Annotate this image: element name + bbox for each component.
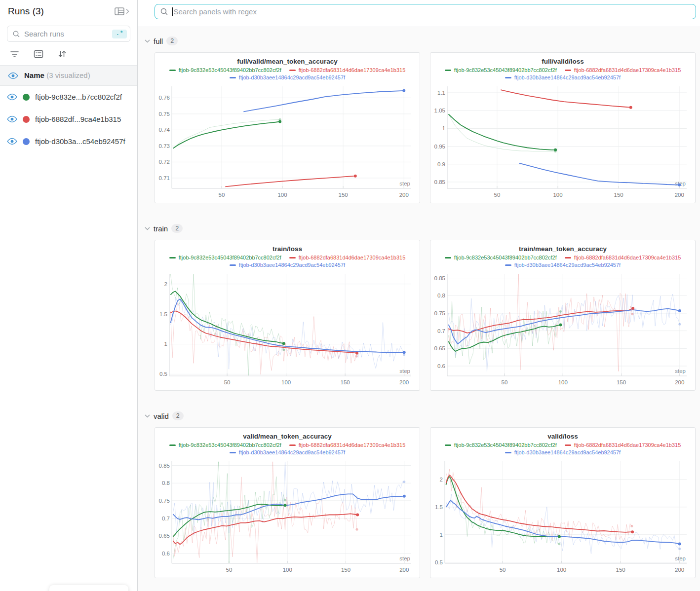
legend-run-name: ftjob-d30b3aee14864c29acd9ac54eb92457f [239, 449, 345, 456]
svg-text:0.75: 0.75 [159, 111, 170, 117]
svg-text:200: 200 [399, 379, 409, 385]
legend-entry: ftjob-6882dfa6831d4d6dae17309ca4e1b315 [565, 442, 681, 449]
section-valid: valid 2 valid/mean_token_accuracy ftjob-… [145, 410, 700, 578]
legend-run-name: ftjob-6882dfa6831d4d6dae17309ca4e1b315 [574, 67, 681, 74]
svg-text:1: 1 [164, 341, 167, 347]
panels-row: valid/mean_token_accuracy ftjob-9c832e53… [155, 427, 700, 578]
section-label: full [154, 37, 163, 45]
legend-run-name: ftjob-d30b3aee14864c29acd9ac54eb92457f [514, 261, 621, 269]
svg-text:200: 200 [675, 567, 684, 573]
run-name: ftjob-6882df...9ca4e1b315 [35, 115, 121, 123]
legend-entry: ftjob-d30b3aee14864c29acd9ac54eb92457f [230, 261, 345, 269]
chart-canvas[interactable]: 0.60.650.70.750.80.8550100150200step [434, 270, 692, 387]
legend-entry: ftjob-6882dfa6831d4d6dae17309ca4e1b315 [289, 254, 406, 261]
chart-canvas[interactable]: 0.511.5250100150200step [158, 270, 416, 387]
popup-partial [49, 585, 128, 591]
legend-dash-icon [289, 70, 296, 71]
legend-dash-icon [289, 444, 296, 446]
section-count-badge: 2 [172, 411, 184, 420]
chart-canvas[interactable]: 0.710.720.730.740.750.7650100150200step [158, 82, 416, 200]
legend-entry: ftjob-d30b3aee14864c29acd9ac54eb92457f [505, 74, 621, 81]
legend-run-name: ftjob-9c832e53c45043f89402bb7cc802cf2f [454, 67, 557, 74]
panel-full-valid-mean_token_accuracy[interactable]: full/valid/mean_token_accuracy ftjob-9c8… [155, 52, 420, 203]
svg-text:50: 50 [494, 192, 501, 198]
svg-text:0.8: 0.8 [162, 480, 170, 486]
section-full: full 2 full/valid/mean_token_accuracy ft… [145, 36, 700, 203]
list-view-icon[interactable] [34, 50, 43, 58]
panels-row: train/loss ftjob-9c832e53c45043f89402bb7… [155, 240, 700, 391]
legend-entry: ftjob-6882dfa6831d4d6dae17309ca4e1b315 [565, 254, 681, 261]
section-header[interactable]: valid 2 [145, 410, 700, 421]
legend-entry: ftjob-9c832e53c45043f89402bb7cc802cf2f [445, 67, 557, 74]
search-runs-input[interactable]: Search runs .* [7, 26, 130, 42]
search-runs-placeholder: Search runs [24, 30, 112, 38]
legend-entry: ftjob-d30b3aee14864c29acd9ac54eb92457f [230, 449, 345, 456]
svg-text:0.75: 0.75 [159, 498, 170, 504]
svg-text:50: 50 [224, 379, 231, 385]
runs-table-expand-button[interactable] [114, 7, 129, 16]
panels-search-bar: Search panels with regex [138, 0, 700, 27]
run-color-dot [23, 116, 30, 123]
svg-text:0.71: 0.71 [159, 175, 170, 181]
section-label: train [154, 224, 168, 233]
run-row[interactable]: ftjob-6882df...9ca4e1b315 [0, 108, 137, 130]
svg-text:100: 100 [558, 379, 568, 385]
legend-run-name: ftjob-6882dfa6831d4d6dae17309ca4e1b315 [574, 254, 681, 261]
svg-text:0.7: 0.7 [162, 516, 170, 521]
svg-text:150: 150 [339, 192, 348, 198]
search-panels-input[interactable]: Search panels with regex [155, 4, 696, 19]
svg-text:1.5: 1.5 [159, 311, 167, 317]
chart-canvas[interactable]: 0.850.90.9511.051.150100150200step [434, 82, 692, 200]
visibility-eye-icon[interactable] [7, 138, 17, 145]
legend-dash-icon [565, 257, 571, 259]
svg-text:0.85: 0.85 [159, 463, 170, 469]
svg-text:step: step [675, 555, 686, 561]
chart-plot: 0.511.5250100150200step [434, 457, 692, 575]
svg-text:0.72: 0.72 [159, 159, 170, 165]
panel-sections: full 2 full/valid/mean_token_accuracy ft… [138, 27, 700, 578]
runs-name-header[interactable]: Name (3 visualized) [0, 66, 137, 86]
runs-sidebar: Runs (3) Search runs .* Name (3 visualiz… [0, 0, 138, 591]
svg-text:0.6: 0.6 [162, 551, 170, 556]
run-row[interactable]: ftjob-d30b3a...c54eb92457f [0, 130, 137, 152]
chart-canvas[interactable]: 0.60.650.70.750.80.8550100150200step [158, 457, 416, 575]
regex-toggle-button[interactable]: .* [112, 30, 127, 38]
panel-full-valid-loss[interactable]: full/valid/loss ftjob-9c832e53c45043f894… [430, 52, 696, 203]
chart-canvas[interactable]: 0.511.5250100150200step [434, 457, 692, 575]
section-header[interactable]: full 2 [145, 36, 700, 46]
svg-text:100: 100 [281, 379, 291, 385]
visibility-eye-icon[interactable] [7, 115, 17, 123]
svg-text:0.5: 0.5 [159, 371, 167, 377]
filter-icon[interactable] [10, 50, 19, 58]
legend-run-name: ftjob-6882dfa6831d4d6dae17309ca4e1b315 [299, 67, 406, 74]
chart-title: full/valid/loss [434, 58, 692, 65]
svg-text:step: step [399, 181, 410, 186]
svg-text:0.73: 0.73 [159, 143, 170, 149]
visibility-eye-icon[interactable] [7, 93, 17, 101]
panel-train-loss[interactable]: train/loss ftjob-9c832e53c45043f89402bb7… [155, 240, 420, 391]
svg-text:150: 150 [617, 379, 626, 385]
panel-train-mean_token_accuracy[interactable]: train/mean_token_accuracy ftjob-9c832e53… [430, 240, 696, 391]
svg-text:150: 150 [614, 192, 623, 198]
svg-text:1: 1 [440, 532, 443, 538]
panels-workspace: Search panels with regex full 2 full/val… [138, 0, 700, 591]
search-panels-placeholder: Search panels with regex [174, 7, 257, 16]
run-name: ftjob-d30b3a...c54eb92457f [35, 137, 125, 146]
section-header[interactable]: train 2 [145, 223, 700, 234]
run-row[interactable]: ftjob-9c832e...b7cc802cf2f [0, 86, 137, 108]
section-train: train 2 train/loss ftjob-9c832e53c45043f… [145, 223, 700, 391]
runs-title: Runs (3) [8, 6, 44, 17]
legend-entry: ftjob-9c832e53c45043f89402bb7cc802cf2f [445, 442, 557, 449]
section-count-badge: 2 [171, 224, 183, 233]
svg-text:200: 200 [675, 379, 684, 385]
run-color-dot [23, 94, 30, 101]
panel-valid-loss[interactable]: valid/loss ftjob-9c832e53c45043f89402bb7… [430, 427, 696, 578]
svg-text:50: 50 [500, 567, 506, 573]
svg-text:0.7: 0.7 [437, 328, 445, 334]
chart-legend: ftjob-9c832e53c45043f89402bb7cc802cf2fft… [434, 254, 692, 269]
sort-icon[interactable] [58, 50, 67, 58]
svg-text:50: 50 [219, 192, 225, 198]
visibility-eye-icon[interactable] [8, 72, 18, 79]
svg-text:200: 200 [399, 192, 409, 198]
panel-valid-mean_token_accuracy[interactable]: valid/mean_token_accuracy ftjob-9c832e53… [155, 427, 420, 578]
